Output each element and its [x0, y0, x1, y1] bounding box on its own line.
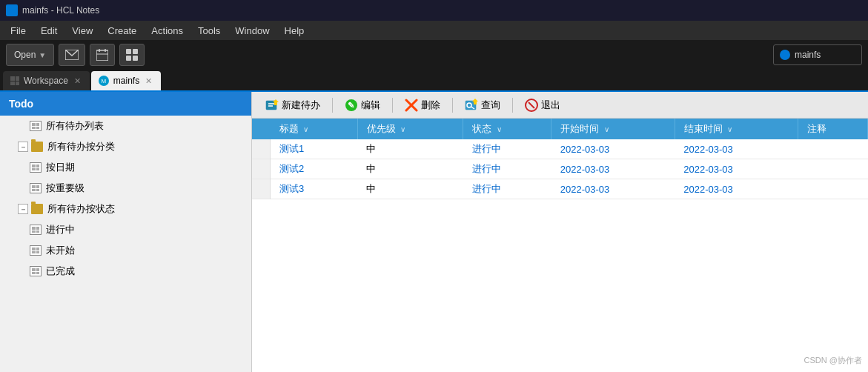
by-priority-label: 按重要级	[46, 182, 85, 195]
open-button[interactable]: Open ▼	[6, 44, 54, 66]
cell-title-0[interactable]: 测试1	[271, 139, 358, 159]
cell-priority-1: 中	[357, 159, 463, 179]
sidebar-item-by-category[interactable]: － 所有待办按分类	[0, 136, 251, 157]
sidebar-item-inprogress[interactable]: 进行中	[0, 219, 251, 240]
exit-label: 退出	[541, 99, 560, 112]
mail-icon	[65, 50, 79, 60]
calendar-icon	[96, 49, 108, 61]
toolbar-divider-1	[332, 98, 333, 113]
tab-mainfs[interactable]: M mainfs ✕	[91, 71, 161, 90]
cell-status-0: 进行中	[463, 139, 551, 159]
sidebar: Todo 所有待办列表 － 所有待办按分类 按日期 按重要级	[0, 92, 252, 372]
cell-title-2[interactable]: 测试3	[271, 179, 358, 199]
delete-label: 删除	[421, 99, 440, 112]
exit-button[interactable]: 退出	[517, 96, 568, 114]
query-icon	[465, 99, 478, 112]
col-end-header: 结束时间 ∨	[675, 119, 798, 139]
cell-start-0: 2022-03-03	[551, 139, 675, 159]
status-collapse-btn[interactable]: －	[18, 204, 28, 214]
sidebar-item-by-status[interactable]: － 所有待办按状态	[0, 199, 251, 219]
cell-priority-0: 中	[357, 139, 463, 159]
edit-icon: ✎	[345, 99, 358, 112]
tab-mainfs-label: mainfs	[113, 76, 139, 86]
status-folder-icon	[31, 204, 43, 214]
calendar-button[interactable]	[90, 44, 115, 66]
menu-file[interactable]: File	[3, 21, 33, 40]
completed-label: 已完成	[46, 265, 75, 278]
col-title-header: 标题 ∨	[271, 119, 358, 139]
cell-start-1: 2022-03-03	[551, 159, 675, 179]
table-row[interactable]: 测试3 中 进行中 2022-03-03 2022-03-03	[252, 179, 868, 199]
edit-button[interactable]: ✎ 编辑	[337, 96, 388, 114]
menu-actions[interactable]: Actions	[144, 21, 191, 40]
tab-workspace-close[interactable]: ✕	[73, 76, 82, 86]
all-list-grid-icon	[30, 121, 42, 131]
inprogress-grid-icon	[30, 225, 42, 235]
menu-help[interactable]: Help	[277, 21, 312, 40]
toolbar-divider-4	[512, 98, 513, 113]
sidebar-item-by-date[interactable]: 按日期	[0, 157, 251, 178]
table-header-row: 标题 ∨ 优先级 ∨ 状态 ∨ 开始时间 ∨	[252, 119, 868, 139]
search-label: mainfs	[795, 50, 821, 60]
table-container: 标题 ∨ 优先级 ∨ 状态 ∨ 开始时间 ∨	[252, 119, 868, 372]
svg-text:M: M	[101, 78, 106, 84]
cell-end-0: 2022-03-03	[675, 139, 798, 159]
new-todo-icon	[265, 99, 279, 112]
cell-title-1[interactable]: 测试2	[271, 159, 358, 179]
row-selector-1	[252, 159, 271, 179]
mail-button[interactable]	[59, 44, 85, 66]
svg-rect-7	[126, 56, 131, 61]
cell-status-1: 进行中	[463, 159, 551, 179]
delete-icon	[405, 99, 418, 112]
notstarted-grid-icon	[30, 245, 42, 256]
col-selector-header	[252, 119, 271, 139]
inprogress-label: 进行中	[46, 223, 75, 236]
menu-tools[interactable]: Tools	[191, 21, 228, 40]
grid-button[interactable]	[119, 44, 145, 66]
col-start-header: 开始时间 ∨	[551, 119, 675, 139]
app-icon	[6, 4, 18, 16]
menu-create[interactable]: Create	[100, 21, 144, 40]
completed-grid-icon	[30, 266, 42, 276]
category-folder-icon	[31, 142, 43, 152]
menu-view[interactable]: View	[64, 21, 100, 40]
query-button[interactable]: 查询	[457, 96, 508, 114]
by-priority-grid-icon	[30, 183, 42, 193]
cell-start-2: 2022-03-03	[551, 179, 675, 199]
sidebar-item-by-priority[interactable]: 按重要级	[0, 178, 251, 199]
content-toolbar: 新建待办 ✎ 编辑	[252, 92, 868, 119]
row-selector-0	[252, 139, 271, 159]
main-toolbar: Open ▼ mainfs	[0, 40, 868, 70]
svg-text:✎: ✎	[348, 101, 354, 110]
watermark: CSDN @协作者	[804, 355, 862, 366]
title-bar: mainfs - HCL Notes	[0, 0, 868, 21]
table-row[interactable]: 测试2 中 进行中 2022-03-03 2022-03-03	[252, 159, 868, 179]
cell-status-2: 进行中	[463, 179, 551, 199]
new-todo-button[interactable]: 新建待办	[258, 96, 328, 114]
menu-edit[interactable]: Edit	[33, 21, 64, 40]
sidebar-item-notstarted[interactable]: 未开始	[0, 240, 251, 261]
category-collapse-btn[interactable]: －	[18, 142, 28, 152]
cell-end-2: 2022-03-03	[675, 179, 798, 199]
status-label: 所有待办按状态	[47, 202, 115, 216]
delete-button[interactable]: 删除	[397, 96, 448, 114]
toolbar-divider-3	[452, 98, 453, 113]
table-row[interactable]: 测试1 中 进行中 2022-03-03 2022-03-03	[252, 139, 868, 159]
by-date-grid-icon	[30, 162, 42, 173]
sidebar-item-all-list[interactable]: 所有待办列表	[0, 116, 251, 136]
sidebar-item-completed[interactable]: 已完成	[0, 261, 251, 282]
mainfs-tab-icon: M	[99, 76, 109, 86]
category-label: 所有待办按分类	[47, 140, 115, 153]
new-todo-label: 新建待办	[282, 99, 320, 112]
svg-rect-1	[96, 50, 108, 61]
by-date-label: 按日期	[46, 161, 75, 174]
tab-workspace-label: Workspace	[24, 76, 68, 86]
cell-notes-0	[798, 139, 868, 159]
table-body: 测试1 中 进行中 2022-03-03 2022-03-03 测试2 中 进行…	[252, 139, 868, 199]
menu-window[interactable]: Window	[228, 21, 276, 40]
tab-mainfs-close[interactable]: ✕	[144, 76, 153, 86]
title-sort-icon: ∨	[303, 125, 308, 133]
end-sort-icon: ∨	[727, 125, 732, 133]
content-area: 新建待办 ✎ 编辑	[252, 92, 868, 372]
tab-workspace[interactable]: Workspace ✕	[3, 71, 90, 90]
